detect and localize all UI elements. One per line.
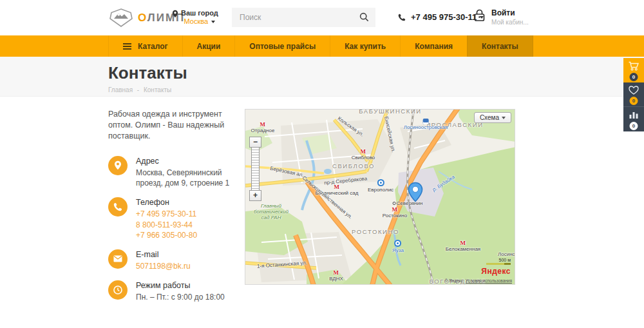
map-zoom-control: − +: [249, 137, 261, 201]
feedback-section: Обратная связь Сообщение * Ваше имя *: [0, 311, 644, 328]
map-label: СВИБЛОВО: [332, 162, 375, 169]
city-label: Ваш город: [181, 9, 218, 17]
zoom-slider[interactable]: [251, 148, 260, 190]
scale-bar: [486, 263, 511, 265]
map-copyright: © ЯндексУсловия использования: [444, 278, 512, 283]
header-phone[interactable]: +7 495 975-30-11: [398, 12, 484, 22]
clock-icon: [108, 280, 128, 300]
title-band: Контакты Главная - Контакты: [0, 57, 644, 97]
compare-button[interactable]: 0: [623, 107, 644, 131]
floating-panel: 0 0 0: [623, 58, 644, 131]
email-link[interactable]: 5071198@bk.ru: [136, 261, 191, 272]
breadcrumb: Главная - Контакты: [108, 86, 644, 93]
nav-item-company[interactable]: Компания: [400, 35, 467, 57]
map-poi-icon: [395, 240, 402, 247]
favorites-button[interactable]: 0: [623, 82, 644, 107]
metro-icon: М: [260, 121, 266, 128]
layer-chevron-icon: [502, 117, 506, 119]
rail-station-icon: [422, 119, 428, 124]
phone-circle-icon: [108, 197, 128, 217]
email-label: E-mail: [136, 249, 191, 260]
address-label: Адрес: [136, 156, 232, 167]
search-box: [232, 8, 375, 27]
phone-link-2[interactable]: 8 800-511-93-44: [136, 220, 197, 231]
phones-label: Телефон: [136, 197, 197, 208]
contacts-content: Рабочая одежда и инструмент оптом. Олимп…: [0, 97, 644, 311]
header-phone-number[interactable]: +7 495 975-30-11: [411, 12, 477, 22]
metro-icon: М: [333, 269, 339, 276]
map-label: МВДНХ: [329, 269, 343, 282]
metro-icon: М: [392, 206, 397, 213]
map-label: МОтрадное: [251, 121, 275, 133]
cart-icon: [629, 61, 639, 72]
map-label: Яуза: [392, 240, 404, 253]
map-placemark-icon[interactable]: [408, 182, 423, 205]
zoom-out-button[interactable]: −: [249, 137, 261, 148]
map-label: Лосиноостровская: [404, 119, 448, 130]
favorites-count-badge: 0: [630, 97, 638, 105]
contact-info-column: Рабочая одежда и инструмент оптом. Олимп…: [108, 109, 245, 311]
heart-icon: [629, 86, 639, 95]
nav-item-wholesale-prices[interactable]: Оптовые прайсы: [234, 35, 330, 57]
map-poi-icon: [377, 179, 384, 186]
chevron-down-icon: [211, 21, 215, 23]
phone-link-3[interactable]: +7 966 305-00-80: [136, 230, 197, 241]
map-label: МСвиблово: [352, 148, 375, 160]
map-label: РОСТОКИНО: [352, 228, 399, 235]
hours-value: Пн. – Пт.: с 9:00 до 18:00: [136, 292, 232, 303]
lock-icon: [473, 8, 486, 22]
contact-hours: Режим работы Пн. – Пт.: с 9:00 до 18:00: [108, 280, 232, 303]
search-input[interactable]: [232, 8, 375, 27]
breadcrumb-separator: -: [137, 86, 139, 93]
zoom-in-button[interactable]: +: [249, 190, 261, 201]
envelope-icon: [108, 249, 128, 269]
nav-item-catalog[interactable]: Каталог: [108, 35, 182, 57]
phone-icon: [398, 14, 406, 21]
address-value: Москва, Северянинский проезд, дом 9, стр…: [136, 168, 232, 189]
city-selector[interactable]: Ваш город Москва: [181, 9, 218, 25]
login-label: Войти: [491, 8, 529, 17]
map-canvas: [245, 110, 515, 285]
yandex-logo[interactable]: Яндекс: [481, 267, 511, 276]
map-label: Главный ботанический сад РАН: [251, 203, 292, 221]
breadcrumb-current: Контакты: [144, 86, 171, 93]
metro-icon: М: [460, 240, 466, 246]
address-pin-icon: [108, 156, 128, 175]
metro-icon: М: [360, 148, 366, 155]
header: ОЛИМП Ваш город Москва +7 495 975-30-11 …: [0, 0, 644, 35]
map-layer-button[interactable]: Схема: [474, 112, 511, 123]
nav-item-contacts[interactable]: Контакты: [467, 35, 533, 57]
login-sublabel: Мой кабин...: [491, 19, 529, 26]
bar-chart-icon: [629, 110, 639, 119]
main-nav: Каталог Акции Оптовые прайсы Как купить …: [0, 35, 644, 57]
compare-count-badge: 0: [630, 122, 638, 130]
map-terms-link[interactable]: Условия использования: [466, 278, 512, 283]
contact-address: Адрес Москва, Северянинский проезд, дом …: [108, 156, 232, 189]
city-value[interactable]: Москва: [181, 17, 218, 25]
hours-label: Режим работы: [136, 280, 232, 291]
cart-button[interactable]: 0: [623, 58, 644, 82]
hamburger-icon: [123, 42, 131, 51]
page-title: Контакты: [108, 63, 644, 83]
map-label: БАБУШКИНСКИЙ: [359, 109, 422, 115]
map-label: МРостокино: [383, 206, 407, 218]
logo-shield-icon: [109, 8, 133, 27]
location-pin-icon: [172, 10, 178, 19]
nav-item-promos[interactable]: Акции: [182, 35, 235, 57]
map-label: МБелокаменная: [446, 240, 480, 252]
nav-item-how-to-buy[interactable]: Как купить: [330, 35, 400, 57]
phone-link-1[interactable]: +7 495 975-30-11: [136, 209, 197, 220]
map-label: Лосиноост: [498, 251, 515, 257]
search-icon[interactable]: [359, 12, 369, 24]
map-scale: 500 м: [486, 258, 511, 265]
map-label: Европолис: [368, 179, 393, 193]
map-poi-icon: [393, 202, 396, 205]
intro-text: Рабочая одежда и инструмент оптом. Олимп…: [108, 109, 234, 142]
breadcrumb-home[interactable]: Главная: [108, 86, 133, 93]
login-button[interactable]: Войти Мой кабин...: [473, 8, 529, 26]
yandex-map[interactable]: БАБУШКИНСКИЙЯРОСЛАВСКИЙЛосиноостровскаяМ…: [245, 109, 515, 285]
contact-email: E-mail 5071198@bk.ru: [108, 249, 232, 272]
contact-phones: Телефон +7 495 975-30-11 8 800-511-93-44…: [108, 197, 232, 241]
cart-count-badge: 0: [630, 73, 638, 81]
